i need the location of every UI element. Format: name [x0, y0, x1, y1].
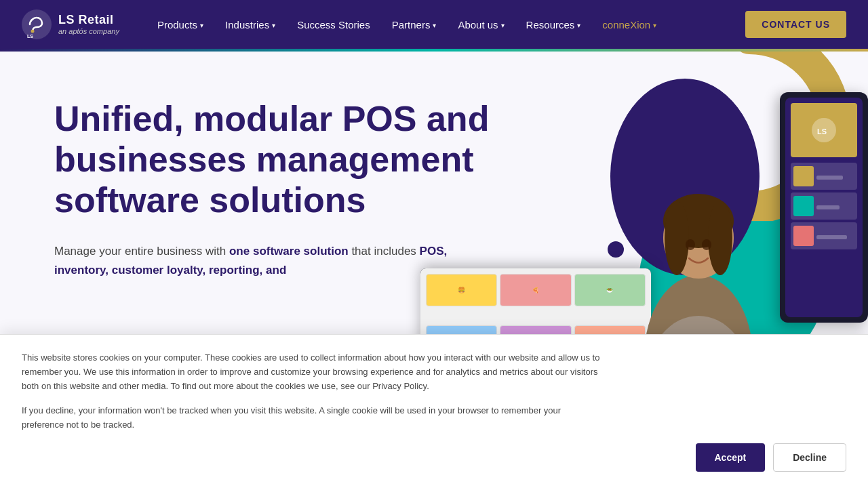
tablet-item-price [816, 205, 840, 209]
nav-item-about-us[interactable]: About us ▾ [447, 0, 515, 49]
tablet-list-item [791, 192, 857, 220]
nav-item-products[interactable]: Products ▾ [146, 0, 214, 49]
hero-title: Unified, modular POS and businesses mana… [54, 99, 502, 220]
tablet-item-image [793, 196, 814, 216]
nav-item-success-stories[interactable]: Success Stories [286, 0, 381, 49]
brand-name: LS Retail [58, 14, 119, 27]
tablet-item-price [816, 176, 843, 180]
chevron-down-icon: ▾ [272, 22, 275, 29]
hero-content: Unified, modular POS and businesses mana… [54, 92, 502, 279]
tablet-list-item [791, 163, 857, 190]
chevron-down-icon: ▾ [653, 22, 656, 29]
nav-item-industries[interactable]: Industries ▾ [214, 0, 286, 49]
tablet-item-image [793, 166, 814, 186]
tablet-item-price [816, 235, 847, 239]
nav-item-resources[interactable]: Resources ▾ [515, 0, 592, 49]
svg-point-9 [708, 201, 732, 275]
svg-point-12 [702, 239, 711, 250]
nav-item-partners[interactable]: Partners ▾ [381, 0, 448, 49]
svg-text:LS: LS [27, 34, 33, 39]
logo[interactable]: LS LS Retail an aptós company [22, 9, 119, 39]
tablet-item-image [793, 226, 814, 246]
screen-item: 🍕 [500, 274, 571, 306]
svg-point-1 [31, 30, 35, 33]
svg-point-0 [22, 9, 52, 39]
nav-links: Products ▾ Industries ▾ Success Stories … [146, 0, 745, 49]
cookie-text-primary: This website stores cookies on your comp… [22, 351, 605, 393]
contact-us-button[interactable]: CONTACT US [745, 11, 846, 38]
tablet-header: LS [791, 103, 857, 157]
navbar: LS LS Retail an aptós company Products ▾… [0, 0, 868, 49]
svg-text:LS: LS [817, 127, 827, 136]
tablet-list-item [791, 222, 857, 249]
chevron-down-icon: ▾ [577, 22, 580, 29]
cookie-text-secondary: If you decline, your information won't b… [22, 404, 605, 431]
cookie-banner: This website stores cookies on your comp… [0, 334, 868, 431]
nav-item-connexion[interactable]: conneXion ▾ [591, 0, 667, 49]
chevron-down-icon: ▾ [200, 22, 203, 29]
svg-point-8 [665, 201, 689, 275]
ls-retail-logo-icon: LS [22, 9, 52, 39]
brand-tagline: an aptós company [58, 27, 119, 35]
logo-text: LS Retail an aptós company [58, 14, 119, 35]
tablet-screen: LS [780, 92, 868, 323]
svg-point-11 [686, 239, 695, 250]
chevron-down-icon: ▾ [501, 22, 505, 29]
hero-subtitle: Manage your entire business with one sof… [54, 242, 502, 279]
tablet-content: LS [785, 98, 863, 317]
tablet-logo: LS [810, 117, 837, 144]
chevron-down-icon: ▾ [433, 22, 436, 29]
